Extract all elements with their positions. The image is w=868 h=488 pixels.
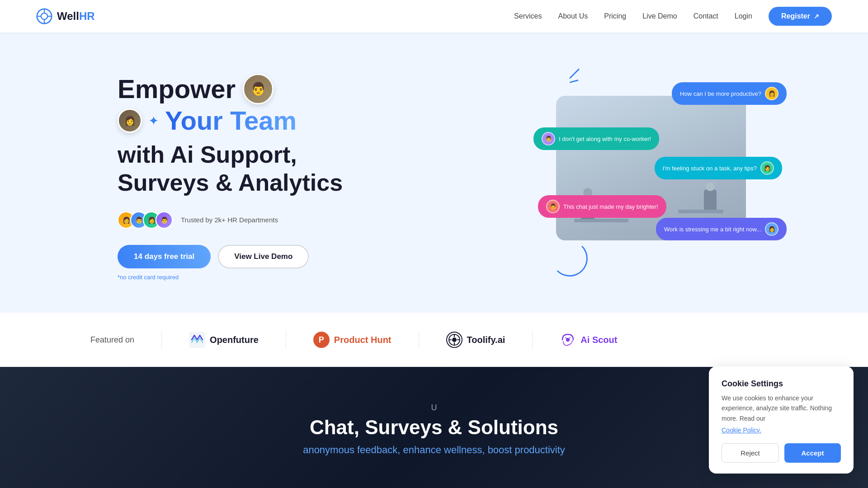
featured-divider (161, 331, 162, 349)
hero-empower-text: Empower (118, 75, 236, 103)
deco-dash-2 (570, 80, 579, 83)
trusted-row: 👩 👨 👩 👨 Trusted by 2k+ HR Departments (118, 211, 343, 229)
bubble-2-avatar: 👨 (542, 132, 555, 145)
featured-divider-2 (286, 331, 286, 349)
bubble-4-avatar: 👨 (546, 200, 560, 213)
nav-contact[interactable]: Contact (693, 12, 718, 20)
chat-bubble-5: Work is stressing me a bit right now... … (656, 218, 787, 240)
nav-links: Services About Us Pricing Live Demo Cont… (514, 7, 832, 26)
deco-dash-1 (569, 68, 580, 79)
featured-divider-3 (419, 331, 419, 349)
your-team-text: Your Team (165, 106, 297, 135)
bubble-1-text: How can I be more productive? (680, 90, 761, 97)
nav-about[interactable]: About Us (558, 12, 588, 20)
hero-right: How can I be more productive? 👩 👨 I don'… (542, 69, 778, 286)
producthunt-logo[interactable]: P Product Hunt (313, 332, 392, 348)
logo-icon (36, 8, 52, 24)
nav-services[interactable]: Services (514, 12, 542, 20)
featured-section: Featured on Openfuture P Product Hunt (0, 313, 868, 367)
featured-logos: Openfuture P Product Hunt Toolify.ai (189, 331, 778, 349)
featured-label: Featured on (90, 335, 134, 345)
avatar-stack-4: 👨 (156, 211, 173, 229)
cookie-banner: Cookie Settings We use cookies to enhanc… (709, 366, 854, 474)
office-person-2 (704, 189, 717, 210)
nav-livedemo[interactable]: Live Demo (642, 12, 677, 20)
cookie-buttons: Reject Accept (722, 443, 841, 463)
bubble-2-text: I don't get along with my co-worker! (559, 136, 651, 142)
chat-bubble-2: 👨 I don't get along with my co-worker! (533, 127, 659, 150)
sparkle-icon: ✦ (148, 113, 159, 128)
logo-well: Well (57, 10, 79, 22)
cookie-accept-button[interactable]: Accept (784, 443, 841, 463)
featured-divider-4 (532, 331, 533, 349)
cookie-text: We use cookies to enhance your experienc… (722, 393, 841, 423)
bubble-5-text: Work is stressing me a bit right now... (664, 226, 761, 233)
trusted-text: Trusted by 2k+ HR Departments (181, 216, 278, 224)
openfuture-icon (189, 332, 205, 348)
nav-login[interactable]: Login (735, 12, 752, 20)
svg-point-8 (452, 338, 457, 342)
logo-text: WellHR (57, 10, 95, 23)
producthunt-icon: P (313, 332, 330, 348)
bubble-5-avatar: 👩 (765, 222, 778, 236)
aiscout-logo[interactable]: Ai Scout (560, 332, 617, 348)
free-trial-button[interactable]: 14 days free trial (118, 245, 211, 268)
view-demo-button[interactable]: View Live Demo (218, 245, 309, 268)
register-label: Register (781, 12, 810, 20)
dark-title: Chat, Surveys & Solutions (310, 416, 558, 439)
hero-avatar-small: 👩 (118, 108, 142, 133)
openfuture-logo[interactable]: Openfuture (189, 332, 259, 348)
bubble-3-text: I'm feeling stuck on a task, any tips? (663, 165, 757, 172)
openfuture-text: Openfuture (210, 335, 259, 345)
hero-buttons: 14 days free trial View Live Demo (118, 245, 343, 268)
bubble-1-avatar: 👩 (765, 87, 778, 100)
cookie-policy-link[interactable]: Cookie Policy. (722, 427, 761, 434)
chat-bubble-4: 👨 This chat just made my day brighter! (538, 195, 666, 218)
hero-subtitle: with Ai Support,Surveys & Analytics (118, 141, 343, 197)
cookie-title: Cookie Settings (722, 379, 841, 389)
dark-subtitle: anonymous feedback, enhance wellness, bo… (303, 444, 565, 456)
aiscout-icon (560, 332, 576, 348)
office-desk-1 (574, 219, 628, 222)
navbar: WellHR Services About Us Pricing Live De… (0, 0, 868, 33)
deco-arc (552, 240, 588, 277)
logo[interactable]: WellHR (36, 8, 95, 24)
svg-line-15 (569, 337, 571, 339)
hero-avatar-float: 👨 (243, 74, 274, 104)
svg-line-14 (565, 337, 567, 339)
nav-pricing[interactable]: Pricing (604, 12, 626, 20)
svg-point-1 (41, 13, 47, 19)
bubble-3-avatar: 👩 (760, 161, 774, 175)
chat-bubble-1: How can I be more productive? 👩 (672, 82, 787, 105)
logo-hr: HR (79, 10, 95, 22)
toolify-logo[interactable]: Toolify.ai (446, 332, 505, 348)
hero-left: Empower 👨 👩 ✦ Your Team with Ai Support,… (118, 74, 343, 281)
register-button[interactable]: Register ↗ (769, 7, 832, 26)
register-arrow-icon: ↗ (814, 13, 819, 20)
cookie-reject-button[interactable]: Reject (722, 443, 779, 463)
hero-line2: 👩 ✦ Your Team (118, 106, 343, 135)
no-credit-card-text: *no credit card required (118, 274, 343, 281)
toolify-icon (446, 332, 462, 348)
bubble-4-text: This chat just made my day brighter! (563, 203, 658, 210)
producthunt-text: Product Hunt (334, 335, 392, 345)
hero-line1: Empower 👨 (118, 74, 343, 104)
office-desk-2 (678, 210, 723, 213)
chat-bubble-3: I'm feeling stuck on a task, any tips? 👩 (655, 157, 782, 179)
hero-section: Empower 👨 👩 ✦ Your Team with Ai Support,… (0, 33, 868, 313)
dark-eyebrow: U (431, 403, 437, 413)
avatar-stack: 👩 👨 👩 👨 (118, 211, 168, 229)
toolify-text: Toolify.ai (467, 335, 505, 345)
aiscout-text: Ai Scout (580, 335, 617, 345)
deco-lines (570, 78, 583, 86)
